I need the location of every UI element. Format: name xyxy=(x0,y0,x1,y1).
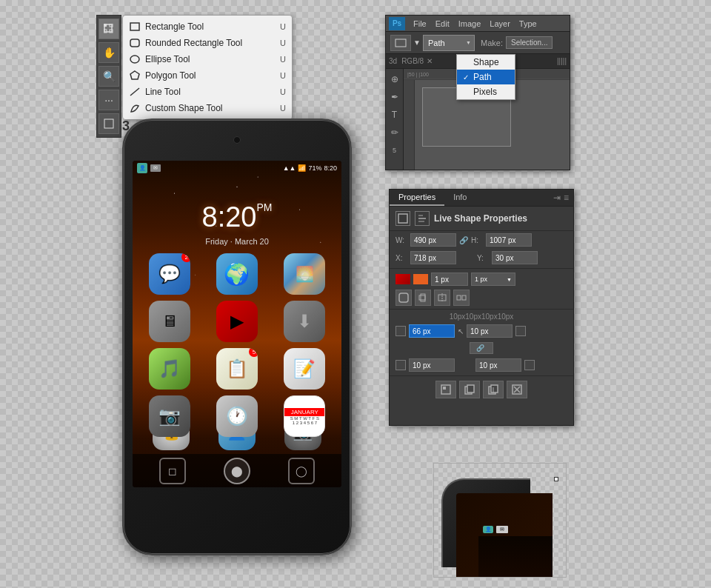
prop-corner-bl-check[interactable] xyxy=(395,360,406,370)
app-notes-badge: 5 xyxy=(249,348,258,357)
app-photo-icon[interactable]: 🌅 xyxy=(284,253,325,295)
ellipse-tool-icon xyxy=(129,53,141,65)
prop-stroke-dd-arrow: ▼ xyxy=(507,277,512,282)
phone-time-status: 8:20 xyxy=(324,164,337,172)
select-tool-icon[interactable] xyxy=(99,19,119,39)
ps-tool-btn2[interactable]: ▼ xyxy=(414,35,420,51)
polygon-tool-item[interactable]: Polygon Tool U xyxy=(123,67,292,84)
ps-menu-layer[interactable]: Layer xyxy=(486,18,514,30)
phone-date-display: Friday · March 20 xyxy=(133,237,341,246)
phone-device: 👤 ✉ ▲▲ 📶 71% 8:20 8:20PM Friday · March … xyxy=(122,118,352,555)
ps-selection-btn[interactable]: Selection... xyxy=(506,36,553,49)
app-photo-container: 🌅 xyxy=(274,253,336,295)
ps-path-icon[interactable]: ✒ xyxy=(387,90,402,104)
ps-menu-edit[interactable]: Edit xyxy=(432,18,453,30)
line-tool-item[interactable]: Line Tool U xyxy=(123,84,292,100)
panel5-stars-bg xyxy=(478,536,553,578)
prop-stroke-dropdown[interactable]: 1 px ▼ xyxy=(471,273,515,286)
tool-menu-panel: Rectangle Tool U Rounded Rectangle Tool … xyxy=(122,15,293,120)
prop-menu-icon[interactable]: ≡ xyxy=(564,193,569,203)
prop-align-left-icon[interactable] xyxy=(415,290,431,306)
app-clock-icon[interactable]: 🕐 xyxy=(216,395,258,437)
prop-x-label: X: xyxy=(395,254,407,262)
prop-tab-properties[interactable]: Properties xyxy=(390,190,444,206)
ps-pen-icon[interactable]: ✏ xyxy=(387,125,402,140)
prop-align-distribute-icon[interactable] xyxy=(453,290,470,306)
app-camera-icon[interactable]: 📷 xyxy=(149,395,190,437)
rounded-rect-tool-icon xyxy=(129,37,141,49)
hand-tool-icon[interactable]: ✋ xyxy=(99,42,119,63)
ps-dd-pixels[interactable]: Pixels xyxy=(457,84,515,99)
ps-dd-path[interactable]: ✓ Path xyxy=(457,70,515,84)
phone-container: 👤 ✉ ▲▲ 📶 71% 8:20 8:20PM Friday · March … xyxy=(96,118,378,570)
prop-corner-radius-icon[interactable] xyxy=(395,290,412,306)
prop-link-icon[interactable]: 🔗 xyxy=(459,236,468,244)
prop-btn-expand[interactable] xyxy=(435,381,456,398)
more-tool-icon[interactable]: ··· xyxy=(99,90,119,110)
phone-back-btn[interactable]: ◻ xyxy=(159,458,186,484)
prop-tab-info[interactable]: Info xyxy=(444,190,475,206)
rectangle-tool-item[interactable]: Rectangle Tool U xyxy=(123,19,292,35)
panel5-screen-corner: 👤 ✉ xyxy=(456,493,553,578)
prop-go-row: 🔗 xyxy=(390,340,573,356)
prop-align-center-icon[interactable] xyxy=(434,290,450,306)
app-music-icon[interactable]: 🎵 xyxy=(149,348,190,390)
prop-fill-swatch[interactable] xyxy=(395,274,410,284)
ellipse-tool-item[interactable]: Ellipse Tool U xyxy=(123,51,292,67)
prop-corner-bl-input[interactable] xyxy=(409,358,455,372)
prop-stroke-size-input[interactable] xyxy=(431,273,468,286)
phone-recent-btn[interactable]: ◯ xyxy=(288,458,315,484)
app-calendar-container: JANUARY S M T W T F S 1 2 3 4 5 6 7 xyxy=(274,395,336,437)
ps-close-icon[interactable]: ✕ xyxy=(427,57,433,65)
prop-color-row: 1 px ▼ xyxy=(390,270,573,288)
app-notes-container: 5 📋 xyxy=(206,348,267,390)
phone-screen-inner: 👤 ✉ ▲▲ 📶 71% 8:20 8:20PM Friday · March … xyxy=(133,161,341,487)
app-messages-icon[interactable]: 2 💬 xyxy=(149,253,190,295)
app-computer-icon[interactable]: 🖥 xyxy=(149,301,190,342)
app-globe-icon[interactable]: 🌍 xyxy=(216,253,258,295)
ps-menu-type[interactable]: Type xyxy=(515,18,541,30)
ps-menu-image[interactable]: Image xyxy=(455,18,485,30)
prop-height-input[interactable] xyxy=(486,233,532,247)
ps-shape-btn[interactable] xyxy=(390,35,411,51)
zoom-tool-icon[interactable]: 🔍 xyxy=(99,66,119,87)
prop-align-icon xyxy=(415,211,430,226)
prop-corner-br-input[interactable] xyxy=(475,358,521,372)
app-video-icon[interactable]: ▶ xyxy=(216,301,258,342)
prop-divider-3 xyxy=(390,375,573,376)
ps-menu-file[interactable]: File xyxy=(410,18,430,30)
prop-stroke-swatch[interactable] xyxy=(413,274,428,284)
ps-path-dropdown-menu: Shape ✓ Path Pixels xyxy=(456,54,515,100)
app-download-icon[interactable]: ⬇ xyxy=(284,301,325,342)
app-notes-icon[interactable]: 5 📋 xyxy=(216,348,258,390)
svg-rect-1 xyxy=(104,24,107,27)
ps-text-icon[interactable]: T xyxy=(387,107,402,122)
prop-corner-br-check[interactable] xyxy=(524,360,535,370)
prop-expand-icon[interactable]: ⇥ xyxy=(553,193,561,203)
svg-text:|50 | |100: |50 | |100 xyxy=(407,72,429,78)
zoomed-corner-panel: 👤 ✉ xyxy=(433,463,567,578)
prop-btn-delete[interactable] xyxy=(507,381,527,398)
app-music-container: 🎵 xyxy=(138,348,200,390)
ps-dd-shape[interactable]: Shape xyxy=(457,55,515,70)
ps-path-dropdown[interactable]: Path xyxy=(423,35,475,51)
prop-width-input[interactable] xyxy=(410,233,456,247)
prop-btn-copy[interactable] xyxy=(459,381,480,398)
phone-home-btn[interactable]: ⬤ xyxy=(224,458,250,484)
prop-y-input[interactable] xyxy=(492,251,538,264)
app-notepad-icon[interactable]: 📝 xyxy=(284,348,325,390)
prop-corner-tl-input[interactable] xyxy=(409,324,455,338)
prop-corner-tr-check[interactable] xyxy=(515,326,526,336)
custom-shape-tool-item[interactable]: Custom Shape Tool U xyxy=(123,100,292,116)
svg-marker-9 xyxy=(130,71,139,79)
prop-x-input[interactable] xyxy=(410,251,456,264)
prop-corner-tl-check[interactable] xyxy=(395,326,406,336)
prop-go-btn[interactable]: 🔗 xyxy=(470,342,493,354)
app-calendar-icon[interactable]: JANUARY S M T W T F S 1 2 3 4 5 6 7 xyxy=(284,395,325,437)
prop-corner-tr-input[interactable] xyxy=(467,324,513,338)
rounded-rectangle-tool-item[interactable]: Rounded Rectangle Tool U xyxy=(123,35,292,51)
prop-btn-paste[interactable] xyxy=(483,381,504,398)
app-globe-container: 🌍 xyxy=(206,253,267,295)
ps-move-icon[interactable]: ⊕ xyxy=(387,72,402,87)
ps-3d-label: 3d xyxy=(389,57,397,65)
